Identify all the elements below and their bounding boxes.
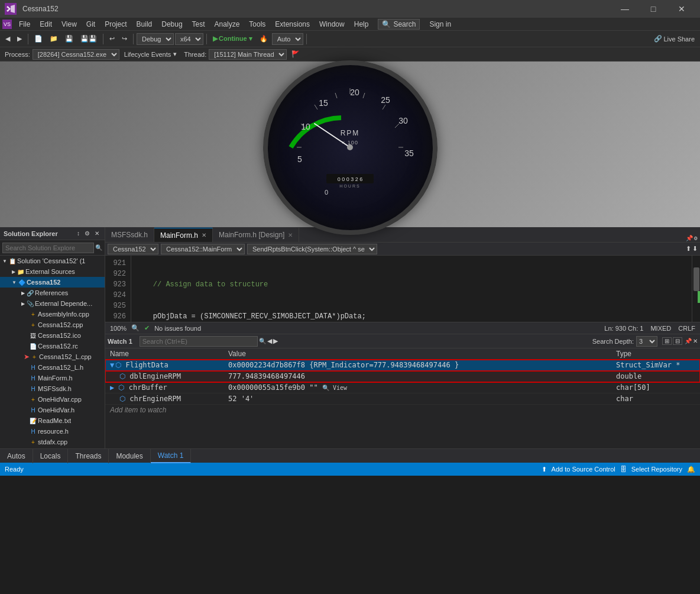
watch-row-chrengine[interactable]: ⬡ chrEngineRPM 52 '4' char: [105, 393, 700, 405]
tab-modules[interactable]: Modules: [109, 449, 150, 463]
tree-content[interactable]: ▼ 📋 Solution 'Cessna152' (1 ▶ 📁 External…: [0, 256, 105, 448]
lcpp-label: Cessna152_L.cpp: [39, 353, 92, 360]
watch-back-icon[interactable]: ◀: [267, 337, 272, 345]
collapse-icon[interactable]: ⬇: [692, 245, 698, 253]
tree-cessna152l-h[interactable]: HCessna152_L.h: [0, 362, 105, 373]
menu-project[interactable]: Project: [100, 18, 131, 31]
sync-button[interactable]: ↕: [75, 230, 82, 237]
tab-threads[interactable]: Threads: [68, 449, 109, 463]
settings-icon[interactable]: ⚙: [694, 235, 698, 242]
project-context-dropdown[interactable]: Cessna152: [108, 244, 158, 254]
watch-search-input[interactable]: [140, 336, 258, 347]
tree-project[interactable]: ▼ 🔷 Cessna152: [0, 277, 105, 288]
watch-close-btn[interactable]: ✕: [693, 338, 698, 344]
process-dropdown[interactable]: [28264] Cessna152.exe: [33, 49, 119, 60]
menu-debug[interactable]: Debug: [157, 18, 187, 31]
select-repo-label[interactable]: Select Repository: [631, 466, 682, 473]
menu-extensions[interactable]: Extensions: [270, 18, 315, 31]
watch-expand-btn[interactable]: ⊞: [662, 337, 672, 345]
menu-tools[interactable]: Tools: [244, 18, 270, 31]
tree-msfssdk-h[interactable]: HMSFSsdk.h: [0, 383, 105, 394]
tree-onehidvar-h[interactable]: HOneHidVar.h: [0, 405, 105, 415]
tab-watch1[interactable]: Watch 1: [151, 449, 192, 463]
tab-locals[interactable]: Locals: [33, 449, 69, 463]
add-source-label[interactable]: Add to Source Control: [552, 466, 615, 473]
code-content[interactable]: // Assign data to structure pObjData = (…: [131, 256, 692, 322]
redo-button[interactable]: ↪: [119, 33, 130, 44]
tree-references[interactable]: ▶🔗References: [0, 288, 105, 298]
watch-row-flightdata[interactable]: ▼⬡ FlightData 0x00002234d7b867f8 {RPM_In…: [105, 360, 700, 371]
watch-add-item[interactable]: Add item to watch: [105, 405, 700, 415]
tab-design-close[interactable]: ✕: [288, 232, 293, 238]
tree-cessna152-cpp[interactable]: +Cessna152.cpp: [0, 319, 105, 330]
menu-view[interactable]: View: [57, 18, 82, 31]
notification-icon[interactable]: 🔔: [687, 466, 695, 473]
forward-button[interactable]: ▶: [14, 33, 25, 44]
menu-file[interactable]: File: [14, 18, 35, 31]
thread-dropdown[interactable]: [15112] Main Thread: [209, 49, 287, 60]
editor-scrollbar[interactable]: [692, 256, 700, 322]
back-button[interactable]: ◀: [2, 33, 13, 44]
tab-autos[interactable]: Autos: [0, 449, 33, 463]
tree-cessna152l-cpp[interactable]: ➤+Cessna152_L.cpp: [0, 351, 105, 362]
pin-button[interactable]: 📌: [686, 235, 693, 242]
auto-dropdown[interactable]: Auto: [272, 33, 303, 45]
menu-build[interactable]: Build: [132, 18, 157, 31]
continue-button[interactable]: ▶ ▶ Continue Continue ▾: [210, 33, 255, 44]
svg-text:30: 30: [398, 116, 408, 125]
tree-cessna152-rc[interactable]: 📄Cessna152.rc: [0, 341, 105, 351]
lifecycle-label: Lifecycle Events: [124, 51, 171, 58]
search-input[interactable]: [2, 243, 94, 253]
sign-in-button[interactable]: Sign in: [424, 18, 456, 31]
save-all-button[interactable]: 💾💾: [77, 33, 100, 44]
debug-mode-dropdown[interactable]: Debug: [137, 33, 174, 45]
fire-button[interactable]: 🔥: [257, 33, 271, 44]
watch-search-icon[interactable]: 🔍: [259, 338, 266, 344]
watch-depth-select[interactable]: 3: [636, 336, 657, 347]
menu-analyze[interactable]: Analyze: [210, 18, 245, 31]
platform-dropdown[interactable]: x64: [175, 33, 203, 45]
tree-cessna152-ico[interactable]: 🖼Cessna152.ico: [0, 330, 105, 341]
settings-button[interactable]: ⚙: [83, 230, 92, 237]
expand-icon[interactable]: ⬆: [686, 245, 691, 253]
save-button[interactable]: 💾: [62, 33, 76, 44]
menu-git[interactable]: Git: [82, 18, 100, 31]
onehidcpp-icon: +: [28, 395, 38, 404]
menu-search[interactable]: 🔍 Search: [378, 19, 420, 30]
undo-button[interactable]: ↩: [106, 33, 118, 44]
search-btn[interactable]: 🔍: [95, 244, 102, 251]
tab-mainform[interactable]: MainForm.h ✕: [154, 228, 213, 242]
tab-msfssdk[interactable]: MSFSsdk.h: [105, 228, 154, 242]
watch-forward-icon[interactable]: ▶: [273, 337, 278, 345]
watch-row-chrbuffer[interactable]: ▶ ⬡ chrBuffer 0x00000055a15fe9b0 "" 🔍 Vi…: [105, 382, 700, 393]
tab-mainform-close[interactable]: ✕: [202, 232, 206, 238]
new-file-button[interactable]: 📄: [31, 33, 46, 44]
zoom-icon[interactable]: 🔍: [131, 324, 140, 332]
menu-help[interactable]: Help: [349, 18, 374, 31]
menu-edit[interactable]: Edit: [35, 18, 57, 31]
tree-onehidvar-cpp[interactable]: +OneHidVar.cpp: [0, 394, 105, 405]
minimize-button[interactable]: —: [611, 0, 639, 18]
maximize-button[interactable]: □: [640, 0, 667, 18]
tree-readme[interactable]: 📝ReadMe.txt: [0, 415, 105, 426]
tree-resource-h[interactable]: Hresource.h: [0, 426, 105, 437]
view-btn[interactable]: 🔍 View: [322, 385, 347, 391]
open-button[interactable]: 📁: [47, 33, 61, 44]
tree-stdafx-cpp[interactable]: +stdafx.cpp: [0, 437, 105, 447]
tree-solution[interactable]: ▼ 📋 Solution 'Cessna152' (1: [0, 256, 105, 266]
close-button[interactable]: ✕: [668, 0, 695, 18]
class-context-dropdown[interactable]: Cessna152::MainForm: [161, 244, 245, 254]
tree-external-sources[interactable]: ▶ 📁 External Sources: [0, 266, 105, 277]
tree-ext-dep[interactable]: ▶📎External Depende...: [0, 298, 105, 309]
live-share-button[interactable]: 🔗 Live Share: [651, 33, 698, 44]
menu-window[interactable]: Window: [315, 18, 349, 31]
watch-pin-btn[interactable]: 📌: [685, 338, 692, 344]
method-context-dropdown[interactable]: SendRptsBtnClick(System::Object ^ sender…: [247, 244, 377, 254]
close-panel-button[interactable]: ✕: [93, 230, 101, 237]
tree-mainform-h[interactable]: HMainForm.h: [0, 373, 105, 383]
watch-collapse-btn[interactable]: ⊟: [673, 337, 682, 345]
watch-row-dblengine[interactable]: ⬡ dblEngineRPM 777.94839468497446 double: [105, 371, 700, 382]
menu-bar: VS File Edit View Git Project Build Debu…: [0, 18, 700, 31]
tree-assemblyinfo[interactable]: +AssemblyInfo.cpp: [0, 309, 105, 319]
menu-test[interactable]: Test: [187, 18, 210, 31]
